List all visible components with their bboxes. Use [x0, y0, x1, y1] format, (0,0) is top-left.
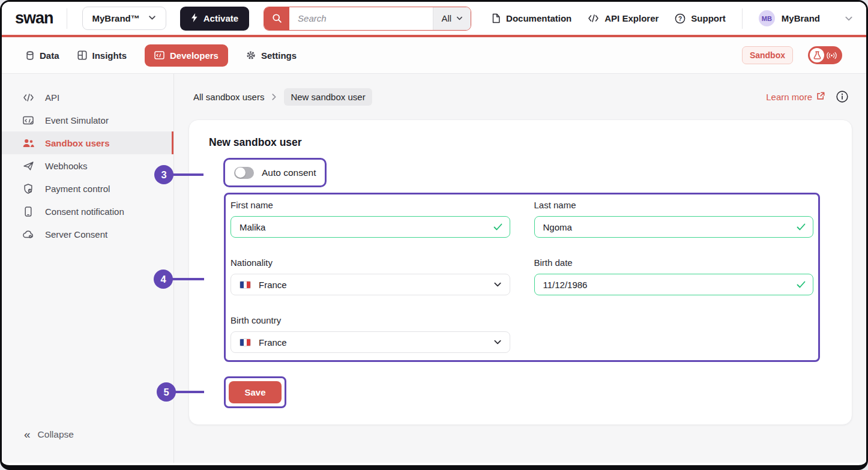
collapse-sidebar-button[interactable]: « Collapse [24, 428, 74, 441]
sidebar-item-event-simulator[interactable]: Event Simulator [2, 109, 173, 131]
empty-cell [534, 315, 814, 353]
search-bar: All [264, 7, 471, 31]
annotation-box-save: Save [224, 376, 286, 408]
environment-toggle[interactable] [808, 46, 842, 64]
nationality-value: France [259, 280, 287, 290]
sidebar-item-consent-notification[interactable]: Consent notification [2, 200, 173, 223]
birth-date-label: Birth date [534, 258, 814, 268]
annotation-badge-5: 5 [157, 382, 176, 402]
sidebar-item-label: Webhooks [45, 161, 88, 171]
sidebar: API Event Simulator Sandbox users Webh [2, 74, 174, 463]
svg-text:?: ? [678, 15, 682, 22]
france-flag-icon [240, 281, 251, 289]
sidebar-item-sandbox-users[interactable]: Sandbox users [2, 131, 173, 154]
account-menu[interactable]: MB MyBrand [759, 10, 853, 26]
divider [742, 8, 743, 29]
sidebar-item-label: Sandbox users [45, 138, 110, 148]
activate-label: Activate [203, 13, 238, 23]
active-indicator [172, 131, 173, 154]
phone-icon [22, 206, 34, 217]
birth-date-input[interactable] [534, 274, 814, 295]
bolt-icon [191, 13, 198, 24]
live-signal-icon [827, 52, 837, 59]
code-icon [22, 94, 34, 101]
dev-console-icon [154, 51, 164, 59]
tab-settings-label: Settings [261, 50, 297, 61]
divider [67, 8, 67, 29]
activate-button[interactable]: Activate [180, 7, 249, 31]
topbar: swan MyBrand™ Activate All [2, 2, 866, 37]
birth-country-field-group: Birth country France [231, 315, 510, 353]
birth-country-label: Birth country [231, 315, 510, 325]
search-input[interactable] [289, 7, 433, 30]
header-actions: Learn more [766, 91, 848, 103]
event-simulator-icon [22, 116, 34, 125]
avatar: MB [759, 10, 775, 26]
breadcrumb-current: New sandbox user [284, 88, 372, 106]
question-icon: ? [675, 13, 686, 24]
annotation-box-form: First name Last name [224, 193, 820, 362]
tab-data[interactable]: Data [26, 50, 59, 61]
last-name-label: Last name [534, 200, 814, 210]
last-name-field-group: Last name [534, 200, 814, 238]
documentation-link[interactable]: Documentation [492, 13, 571, 23]
breadcrumb-root[interactable]: All sandbox users [193, 92, 264, 102]
last-name-input[interactable] [534, 216, 814, 238]
sidebar-item-server-consent[interactable]: Server Consent [2, 223, 173, 246]
environment-badge: Sandbox [742, 46, 793, 64]
tab-developers[interactable]: Developers [145, 44, 228, 67]
api-explorer-label: API Explorer [604, 13, 659, 23]
valid-check-icon [493, 223, 502, 230]
nationality-field-group: Nationality France [231, 258, 510, 295]
learn-more-link[interactable]: Learn more [766, 92, 825, 102]
search-icon[interactable] [264, 7, 289, 30]
annotation-connector-4 [172, 278, 204, 280]
birth-country-select[interactable]: France [231, 331, 510, 353]
nationality-select[interactable]: France [231, 274, 510, 295]
shield-check-icon [22, 184, 34, 194]
tab-settings[interactable]: Settings [246, 50, 297, 61]
chevron-down-icon [456, 13, 463, 23]
chevron-down-icon [148, 13, 156, 23]
app-window: swan MyBrand™ Activate All [0, 0, 868, 470]
valid-check-icon [797, 281, 806, 288]
learn-more-label: Learn more [766, 92, 812, 102]
birth-country-value: France [259, 337, 287, 348]
document-icon [492, 13, 501, 23]
api-explorer-link[interactable]: API Explorer [588, 13, 659, 23]
support-link[interactable]: ? Support [675, 13, 726, 24]
birth-date-field-group: Birth date [534, 258, 814, 295]
annotation-badge-4: 4 [154, 270, 173, 289]
sidebar-item-webhooks[interactable]: Webhooks [2, 154, 173, 177]
sidebar-item-label: Event Simulator [45, 115, 109, 125]
tab-insights[interactable]: Insights [77, 50, 127, 61]
sidebar-item-label: Payment control [45, 184, 110, 194]
gear-icon [246, 50, 256, 60]
first-name-label: First name [231, 200, 510, 210]
sidebar-item-payment-control[interactable]: Payment control [2, 177, 173, 200]
database-icon [26, 50, 34, 61]
sidebar-item-label: Consent notification [45, 206, 124, 217]
project-selector[interactable]: MyBrand™ [82, 7, 166, 30]
info-icon[interactable] [836, 91, 848, 103]
swan-logo: swan [15, 9, 53, 28]
sidebar-item-api[interactable]: API [2, 86, 173, 109]
auto-consent-toggle[interactable] [234, 167, 254, 179]
code-icon [588, 14, 599, 22]
birth-date-input-wrap [534, 274, 814, 295]
nationality-label: Nationality [231, 258, 510, 268]
last-name-input-wrap [534, 216, 814, 238]
tab-data-label: Data [40, 50, 59, 61]
account-name: MyBrand [782, 13, 820, 23]
first-name-input[interactable] [231, 216, 510, 238]
send-icon [22, 161, 34, 170]
breadcrumb-row: All sandbox users New sandbox user Learn… [174, 74, 866, 119]
chevron-down-icon [493, 280, 502, 289]
chevron-down-icon [493, 338, 502, 346]
france-flag-icon [240, 339, 251, 346]
toggle-knob [235, 167, 246, 178]
search-scope-dropdown[interactable]: All [433, 7, 471, 30]
project-navbar: Data Insights Developers Settings [2, 37, 866, 74]
save-button[interactable]: Save [229, 381, 282, 403]
new-sandbox-user-card: New sandbox user Auto consent First name [188, 119, 852, 425]
